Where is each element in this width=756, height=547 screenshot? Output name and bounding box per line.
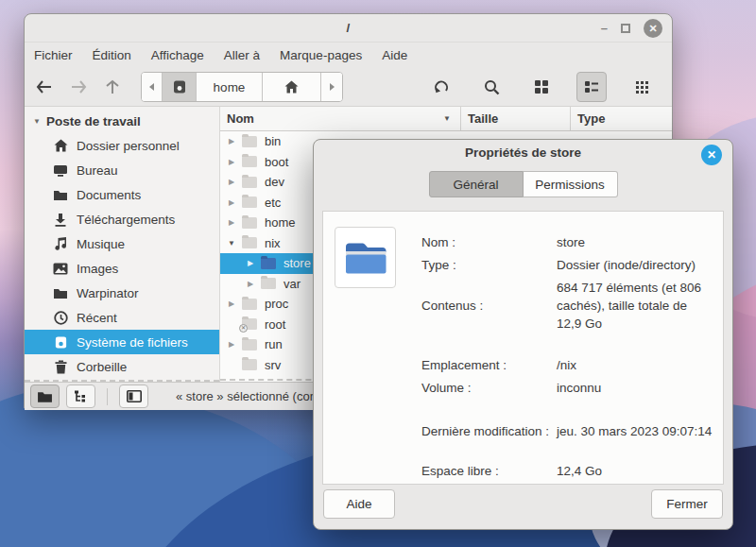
- folder-icon: [53, 187, 68, 202]
- grid-view-icon[interactable]: [526, 72, 557, 102]
- file-name: srv: [265, 358, 281, 372]
- search-icon[interactable]: [476, 72, 507, 102]
- sidebar-item-documents[interactable]: Documents: [25, 182, 219, 207]
- sidebar-item-filesystem[interactable]: Système de fichiers: [25, 330, 219, 354]
- field-label: Volume :: [421, 381, 557, 395]
- toolbar: home: [25, 68, 672, 106]
- sidebar-item-label: Dossier personnel: [77, 139, 180, 153]
- folder-icon: [242, 299, 257, 310]
- sidebar-item-downloads[interactable]: Téléchargements: [25, 207, 219, 231]
- expander-icon[interactable]: ▶: [227, 198, 236, 207]
- sidebar-item-label: Warpinator: [77, 286, 139, 300]
- field-value: inconnu: [557, 379, 713, 397]
- dialog-close-icon[interactable]: ✕: [701, 145, 722, 165]
- file-name: etc: [265, 196, 281, 210]
- chevron-down-icon[interactable]: ▼: [33, 117, 41, 126]
- sidebar-section-label: Poste de travail: [46, 114, 141, 128]
- expander-open-icon[interactable]: ▼: [227, 239, 236, 248]
- menu-aide[interactable]: Aide: [382, 48, 407, 62]
- path-crumb-home[interactable]: home: [197, 73, 263, 101]
- list-view-icon[interactable]: [576, 72, 607, 102]
- path-crumb-filesystem[interactable]: [163, 73, 197, 101]
- field-modified: Dernière modification : jeu. 30 mars 202…: [421, 422, 713, 440]
- column-header-size[interactable]: Taille: [461, 107, 571, 130]
- field-free-space: Espace libre : 12,4 Go: [421, 462, 713, 480]
- column-size-label: Taille: [468, 111, 498, 126]
- properties-dialog: Propriétés de store ✕ Général Permission…: [313, 139, 733, 530]
- folder-icon: [242, 136, 257, 147]
- home-icon: [53, 138, 68, 153]
- column-type-label: Type: [577, 111, 605, 126]
- up-icon[interactable]: [106, 79, 119, 94]
- image-icon: [53, 261, 68, 276]
- column-header-name[interactable]: Nom ▼: [220, 107, 461, 130]
- menu-fichier[interactable]: Fichier: [34, 48, 73, 62]
- sidebar-item-warpinator[interactable]: Warpinator: [25, 281, 219, 305]
- menu-affichage[interactable]: Affichage: [151, 48, 204, 62]
- tab-permissions[interactable]: Permissions: [524, 171, 618, 197]
- close-icon[interactable]: ✕: [644, 19, 662, 38]
- field-contents: Contenus : 684 717 éléments (et 806 cach…: [421, 279, 713, 333]
- sidebar-item-label: Téléchargements: [77, 213, 175, 227]
- help-button[interactable]: Aide: [323, 489, 395, 519]
- sidebar-item-recent[interactable]: Récent: [25, 305, 219, 330]
- sidebar-item-label: Documents: [77, 188, 141, 202]
- drive-icon: [172, 79, 187, 94]
- field-label: Nom :: [421, 235, 557, 249]
- music-icon: [53, 236, 68, 251]
- column-header-type[interactable]: Type: [571, 107, 672, 130]
- menu-edition[interactable]: Édition: [93, 48, 131, 62]
- forward-icon[interactable]: [71, 80, 87, 94]
- menu-marque-pages[interactable]: Marque-pages: [280, 48, 362, 62]
- expander-icon[interactable]: ▶: [227, 340, 236, 349]
- icon-view-toggle-folder-icon[interactable]: [30, 385, 60, 408]
- expander-icon[interactable]: ▶: [227, 137, 236, 145]
- path-scroll-right-icon[interactable]: [321, 73, 342, 101]
- field-label: Emplacement :: [421, 358, 557, 372]
- file-name: proc: [265, 297, 288, 311]
- expander-icon[interactable]: ▶: [227, 299, 236, 308]
- expander-icon[interactable]: ▶: [227, 158, 236, 166]
- compact-view-icon[interactable]: [627, 72, 657, 102]
- maximize-icon[interactable]: [621, 24, 630, 33]
- sidebar-item-label: Corbeille: [77, 360, 127, 374]
- sidebar-item-label: Musique: [77, 237, 125, 251]
- path-scroll-left-icon[interactable]: [142, 73, 163, 101]
- folder-icon: [242, 156, 257, 167]
- close-button[interactable]: Fermer: [651, 489, 723, 519]
- field-label: Dernière modification :: [421, 424, 557, 438]
- file-name: boot: [265, 155, 288, 169]
- toolbar-right: [426, 68, 672, 106]
- sidebar-item-trash[interactable]: Corbeille: [25, 354, 219, 379]
- menu-aller-a[interactable]: Aller à: [224, 48, 260, 62]
- sidebar-item-label: Images: [77, 262, 118, 276]
- path-crumb-user-home[interactable]: [263, 73, 321, 101]
- tree-view-toggle-icon[interactable]: [66, 385, 95, 408]
- back-icon[interactable]: [36, 80, 52, 94]
- sidebar-item-pictures[interactable]: Images: [25, 256, 219, 281]
- sidebar: ▼ Poste de travail Dossier personnel Bur…: [25, 107, 220, 382]
- titlebar[interactable]: / – ✕: [25, 14, 672, 43]
- folder-icon: [242, 177, 257, 188]
- sidebar-item-music[interactable]: Musique: [25, 231, 219, 256]
- folder-icon-button[interactable]: [335, 227, 396, 288]
- column-name-label: Nom: [227, 111, 254, 126]
- field-type: Type : Dossier (inode/directory): [421, 256, 713, 274]
- reload-icon[interactable]: [426, 72, 456, 102]
- expander-icon[interactable]: ▶: [246, 259, 255, 267]
- sidebar-toggle-icon[interactable]: [119, 385, 148, 408]
- sidebar-item-desktop[interactable]: Bureau: [25, 158, 219, 182]
- minimize-icon[interactable]: –: [601, 25, 608, 32]
- sidebar-item-home[interactable]: Dossier personnel: [25, 133, 219, 158]
- sidebar-item-label: Système de fichiers: [77, 335, 188, 350]
- folder-icon: [261, 278, 276, 289]
- field-value: store: [557, 233, 713, 251]
- home-icon: [284, 80, 299, 94]
- expander-icon[interactable]: ▶: [227, 218, 236, 227]
- tab-general[interactable]: Général: [429, 171, 524, 197]
- expander-icon[interactable]: ▶: [246, 280, 255, 288]
- expander-icon[interactable]: ▶: [227, 178, 236, 186]
- dialog-fields: Nom : store Type : Dossier (inode/direct…: [421, 212, 713, 480]
- file-name: bin: [265, 134, 281, 148]
- sidebar-section-computer[interactable]: ▼ Poste de travail: [25, 109, 219, 133]
